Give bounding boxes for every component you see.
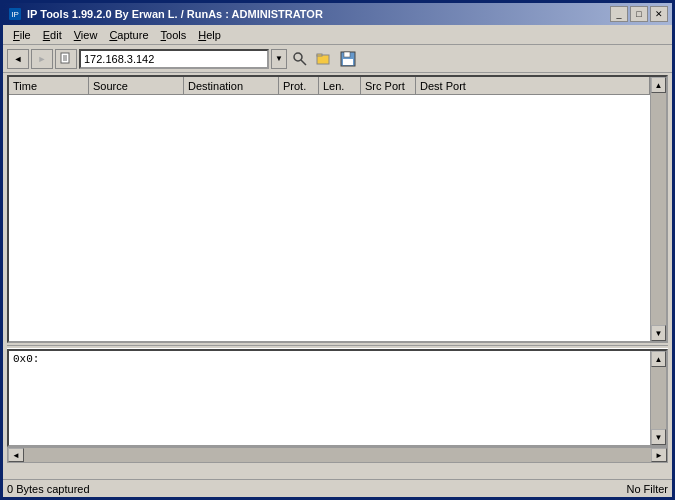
svg-text:IP: IP [11, 10, 19, 19]
detail-scrollbar[interactable]: ▲ ▼ [650, 351, 666, 445]
status-bar: 0 Bytes captured No Filter [3, 479, 672, 497]
status-bytes: 0 Bytes captured [7, 483, 90, 495]
address-input[interactable] [79, 49, 269, 69]
window-title: IP Tools 1.99.2.0 By Erwan L. / RunAs : … [27, 8, 323, 20]
horizontal-scrollbar[interactable]: ◄ ► [7, 447, 668, 463]
menu-view[interactable]: View [68, 28, 104, 42]
col-header-srcport: Src Port [361, 77, 416, 94]
detail-scroll-track [651, 367, 666, 429]
menu-help[interactable]: Help [192, 28, 227, 42]
status-filter: No Filter [626, 483, 668, 495]
close-button[interactable]: ✕ [650, 6, 668, 22]
search-button[interactable] [289, 49, 311, 69]
svg-rect-11 [344, 52, 350, 57]
minimize-button[interactable]: _ [610, 6, 628, 22]
scroll-down-button[interactable]: ▼ [651, 325, 666, 341]
address-dropdown[interactable]: ▼ [271, 49, 287, 69]
svg-point-6 [294, 53, 302, 61]
col-header-prot: Prot. [279, 77, 319, 94]
scroll-left-button[interactable]: ◄ [8, 448, 24, 462]
col-header-destination: Destination [184, 77, 279, 94]
svg-rect-9 [317, 54, 322, 56]
title-bar: IP IP Tools 1.99.2.0 By Erwan L. / RunAs… [3, 3, 672, 25]
new-button[interactable] [55, 49, 77, 69]
h-scroll-track [24, 448, 651, 462]
menu-file[interactable]: File [7, 28, 37, 42]
toolbar: ◄ ► ▼ [3, 45, 672, 73]
detail-scroll-down[interactable]: ▼ [651, 429, 666, 445]
maximize-button[interactable]: □ [630, 6, 648, 22]
app-icon: IP [7, 6, 23, 22]
menu-bar: File Edit View Capture Tools Help [3, 25, 672, 45]
scroll-track [651, 93, 666, 325]
col-header-destport: Dest Port [416, 77, 650, 94]
scroll-up-button[interactable]: ▲ [651, 77, 666, 93]
detail-panel: ▲ ▼ 0x0: [7, 349, 668, 447]
detail-scroll-up[interactable]: ▲ [651, 351, 666, 367]
packet-table-header: Time Source Destination Prot. Len. Src P… [9, 77, 666, 95]
col-header-len: Len. [319, 77, 361, 94]
svg-rect-12 [343, 59, 353, 65]
menu-capture[interactable]: Capture [103, 28, 154, 42]
window-controls: _ □ ✕ [610, 6, 668, 22]
col-header-source: Source [89, 77, 184, 94]
menu-tools[interactable]: Tools [155, 28, 193, 42]
back-button[interactable]: ◄ [7, 49, 29, 69]
menu-edit[interactable]: Edit [37, 28, 68, 42]
open-button[interactable] [313, 49, 335, 69]
vertical-scrollbar[interactable]: ▲ ▼ [650, 77, 666, 341]
svg-line-7 [301, 60, 306, 65]
detail-content: 0x0: [9, 351, 666, 367]
save-button[interactable] [337, 49, 359, 69]
col-header-time: Time [9, 77, 89, 94]
scroll-right-button[interactable]: ► [651, 448, 667, 462]
forward-button[interactable]: ► [31, 49, 53, 69]
